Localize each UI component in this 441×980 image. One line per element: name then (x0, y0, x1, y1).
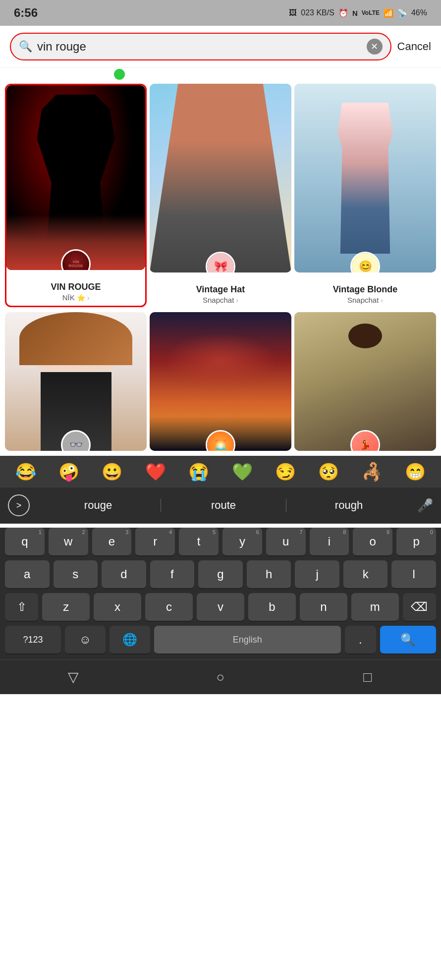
back-icon: ▽ (68, 669, 79, 685)
filter-thumb-back-girl: 💃 (294, 312, 436, 451)
key-h[interactable]: h (247, 560, 291, 589)
key-d[interactable]: d (102, 560, 146, 589)
filter-thumb-vintage-hat: 🎀 (150, 84, 291, 272)
home-button[interactable]: ○ (147, 669, 294, 685)
filter-thumb-sunglasses: 👓 (5, 312, 147, 451)
vin-rouge-bg (6, 85, 145, 270)
filter-card-vintage-hat[interactable]: 🎀 Vintage Hat Snapchat › (150, 84, 291, 307)
volte-icon: VoLTE (362, 9, 380, 16)
filter-card-vin-rouge[interactable]: VINROUGE VIN ROUGE NĪK ⭐ › (5, 84, 147, 307)
online-dot (114, 69, 125, 80)
emoji-scorpion[interactable]: 🦂 (362, 462, 383, 482)
vintage-hat-bg (150, 84, 291, 272)
wifi-icon: 📶 (384, 8, 393, 18)
cancel-button[interactable]: Cancel (397, 40, 431, 53)
status-icons: 🖼 023 KB/S ⏰ N VoLTE 📶 📡 46% (289, 8, 427, 18)
emoji-crying[interactable]: 😭 (188, 462, 209, 482)
star-icon: ⭐ (77, 294, 85, 302)
suggestion-word-3[interactable]: rough (286, 499, 411, 512)
key-s[interactable]: s (54, 560, 98, 589)
key-g[interactable]: g (198, 560, 243, 589)
key-y[interactable]: 6y (222, 528, 262, 556)
emoji-green-heart[interactable]: 💚 (232, 462, 253, 482)
key-l[interactable]: l (391, 560, 436, 589)
emoji-big-grin[interactable]: 😁 (405, 462, 426, 482)
keyboard-row-1: 1q 2w 3e 4r 5t 6y 7u 8i 9o 0p (5, 528, 436, 556)
home-icon: ○ (217, 669, 225, 685)
vintage-blonde-bg (294, 84, 436, 272)
keyboard-bottom-row: ?123 ☺ 🌐 English . 🔍 (5, 626, 436, 654)
key-f[interactable]: f (150, 560, 195, 589)
filter-sub-vintage-blonde: Snapchat › (347, 296, 383, 304)
keyboard-row-3: ⇧ z x c v b n m ⌫ (5, 593, 436, 622)
key-z[interactable]: z (42, 593, 90, 622)
key-a[interactable]: a (5, 560, 50, 589)
key-c[interactable]: c (145, 593, 193, 622)
arrow-right-icon: > (16, 500, 22, 511)
keyboard: 1q 2w 3e 4r 5t 6y 7u 8i 9o 0p a s d f g … (0, 528, 441, 659)
globe-key[interactable]: 🌐 (110, 626, 150, 654)
key-t[interactable]: 5t (179, 528, 219, 556)
filter-thumb-vin-rouge: VINROUGE (6, 85, 145, 270)
recents-icon: □ (363, 669, 372, 685)
key-u[interactable]: 7u (266, 528, 306, 556)
filter-thumb-vintage-blonde: 😊 (294, 84, 436, 272)
search-input-wrap[interactable]: 🔍 vin rouge ✕ (10, 33, 391, 60)
filter-sub-vintage-hat: Snapchat › (203, 296, 238, 304)
key-k[interactable]: k (343, 560, 388, 589)
clear-search-button[interactable]: ✕ (367, 39, 383, 54)
key-x[interactable]: x (94, 593, 141, 622)
filter-card-vintage-blonde[interactable]: 😊 Vintage Blonde Snapchat › (294, 84, 436, 307)
expand-suggestions-button[interactable]: > (8, 494, 30, 516)
status-time: 6:56 (14, 6, 38, 20)
emoji-smirk[interactable]: 😏 (275, 462, 296, 482)
key-o[interactable]: 9o (353, 528, 392, 556)
key-v[interactable]: v (197, 593, 244, 622)
key-j[interactable]: j (295, 560, 339, 589)
search-input[interactable]: vin rouge (37, 40, 362, 54)
suggestions-row: > rouge route rough 🎤 (0, 488, 441, 524)
suggestion-word-2[interactable]: route (161, 499, 286, 512)
filter-thumb-sunset: 🌅 (150, 312, 291, 451)
key-w[interactable]: 2w (49, 528, 88, 556)
recents-button[interactable]: □ (294, 669, 441, 685)
emoji-key[interactable]: ☺ (65, 626, 106, 654)
period-key[interactable]: . (345, 626, 376, 654)
key-q[interactable]: 1q (5, 528, 45, 556)
key-m[interactable]: m (351, 593, 399, 622)
key-b[interactable]: b (248, 593, 296, 622)
close-icon: ✕ (371, 41, 378, 52)
filter-card-back-girl[interactable]: 💃 (294, 312, 436, 451)
filter-name-vintage-hat: Vintage Hat (196, 284, 245, 295)
emoji-heart[interactable]: ❤️ (145, 462, 166, 482)
filter-grid: VINROUGE VIN ROUGE NĪK ⭐ › 🎀 Vintage Hat… (0, 82, 441, 312)
emoji-pleading[interactable]: 🥺 (318, 462, 339, 482)
network-speed: 023 KB/S (301, 8, 334, 17)
key-e[interactable]: 3e (92, 528, 132, 556)
status-bar: 6:56 🖼 023 KB/S ⏰ N VoLTE 📶 📡 46% (0, 0, 441, 26)
n-icon: N (352, 9, 358, 17)
key-i[interactable]: 8i (310, 528, 349, 556)
bottom-nav: ▽ ○ □ (0, 659, 441, 694)
alarm-icon: ⏰ (338, 8, 348, 18)
back-button[interactable]: ▽ (0, 669, 147, 685)
emoji-laughing[interactable]: 😂 (15, 462, 36, 482)
filter-grid-row2: 👓 🌅 (0, 312, 441, 456)
search-action-key[interactable]: 🔍 (380, 626, 436, 654)
emoji-tongue[interactable]: 🤪 (58, 462, 79, 482)
emoji-grin[interactable]: 😀 (102, 462, 122, 482)
microphone-icon[interactable]: 🎤 (417, 498, 433, 513)
nums-key[interactable]: ?123 (5, 626, 61, 654)
search-magnifier-icon: 🔍 (19, 40, 32, 53)
filter-card-sunglasses[interactable]: 👓 (5, 312, 147, 451)
suggestion-word-1[interactable]: rouge (36, 499, 161, 512)
key-p[interactable]: 0p (396, 528, 436, 556)
key-r[interactable]: 4r (135, 528, 175, 556)
photo-icon: 🖼 (289, 8, 297, 17)
key-n[interactable]: n (300, 593, 347, 622)
filter-card-sunset[interactable]: 🌅 (150, 312, 291, 451)
backspace-key[interactable]: ⌫ (403, 593, 436, 622)
shift-key[interactable]: ⇧ (5, 593, 38, 622)
person-figure (319, 103, 411, 254)
space-key[interactable]: English (154, 626, 341, 654)
